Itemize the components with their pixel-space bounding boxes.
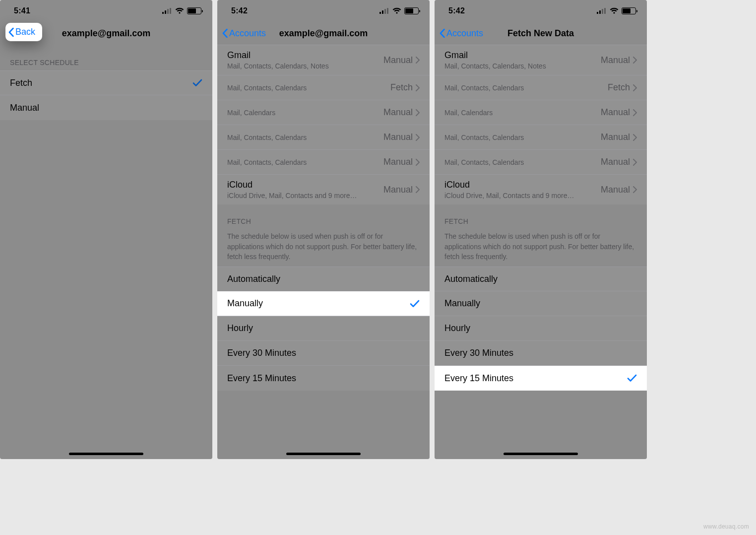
- fetch-header: FETCH: [444, 216, 637, 226]
- chevron-right-icon: [416, 159, 420, 166]
- panel-3: 5:42 Accounts Fetch New Data GmailMail, …: [435, 0, 647, 459]
- chevron-right-icon: [633, 186, 637, 193]
- back-button[interactable]: Accounts: [435, 28, 483, 39]
- home-indicator[interactable]: [504, 453, 578, 455]
- account-row[interactable]: Mail, Contacts, CalendarsManual: [435, 150, 647, 175]
- chevron-left-icon: [8, 28, 14, 37]
- account-name: Gmail: [227, 50, 383, 61]
- account-row[interactable]: Mail, CalendarsManual: [217, 100, 430, 125]
- account-sub: Mail, Contacts, Calendars: [227, 134, 383, 141]
- account-name: iCloud: [444, 180, 601, 190]
- account-sub: Mail, Contacts, Calendars, Notes: [444, 62, 601, 70]
- schedule-option[interactable]: Every 15 Minutes: [217, 366, 430, 391]
- status-time: 5:42: [231, 6, 248, 15]
- account-sub: Mail, Contacts, Calendars: [444, 134, 601, 141]
- account-value: Manual: [601, 107, 630, 118]
- account-row[interactable]: GmailMail, Contacts, Calendars, NotesMan…: [217, 45, 430, 75]
- fetch-note: FETCH The schedule below is used when pu…: [217, 204, 430, 267]
- chevron-right-icon: [416, 109, 420, 116]
- section-header: SELECT SCHEDULE: [0, 45, 212, 70]
- wifi-icon: [175, 7, 184, 14]
- account-row[interactable]: iCloudiCloud Drive, Mail, Contacts and 9…: [435, 175, 647, 204]
- chevron-right-icon: [633, 57, 637, 64]
- chevron-right-icon: [416, 84, 420, 91]
- schedule-option[interactable]: Automatically: [435, 267, 647, 291]
- watermark: www.deuaq.com: [703, 523, 749, 530]
- account-value: Manual: [383, 55, 413, 66]
- account-sub: Mail, Contacts, Calendars: [227, 84, 390, 92]
- account-sub: Mail, Calendars: [444, 109, 601, 117]
- status-time: 5:41: [14, 6, 30, 15]
- chevron-right-icon: [633, 84, 637, 91]
- back-button[interactable]: Back: [5, 23, 42, 41]
- chevron-left-icon: [440, 29, 445, 38]
- account-row[interactable]: iCloudiCloud Drive, Mail, Contacts and 9…: [217, 175, 430, 204]
- schedule-option[interactable]: Manually: [435, 291, 647, 316]
- fetch-note-text: The schedule below is used when push is …: [227, 232, 417, 261]
- schedule-option[interactable]: Manually: [217, 291, 430, 316]
- chevron-right-icon: [633, 109, 637, 116]
- schedule-option-manual[interactable]: Manual: [0, 95, 212, 120]
- check-icon: [192, 79, 202, 87]
- account-sub: iCloud Drive, Mail, Contacts and 9 more…: [227, 192, 383, 200]
- account-row[interactable]: Mail, Contacts, CalendarsManual: [435, 125, 647, 150]
- schedule-option[interactable]: Hourly: [435, 316, 647, 341]
- account-row[interactable]: Mail, CalendarsManual: [435, 100, 647, 125]
- option-label: Manually: [444, 298, 637, 309]
- schedule-option-fetch[interactable]: Fetch: [0, 70, 212, 95]
- home-indicator[interactable]: [286, 453, 361, 455]
- account-row[interactable]: Mail, Contacts, CalendarsManual: [217, 150, 430, 175]
- option-label: Every 15 Minutes: [227, 373, 420, 384]
- chevron-right-icon: [416, 134, 420, 141]
- option-label: Automatically: [227, 274, 420, 284]
- account-row[interactable]: GmailMail, Contacts, Calendars, NotesMan…: [435, 45, 647, 75]
- check-icon: [627, 374, 637, 382]
- back-label: Accounts: [446, 28, 483, 39]
- account-sub: Mail, Contacts, Calendars: [444, 84, 608, 92]
- status-bar: 5:41: [0, 0, 212, 22]
- account-value: Fetch: [390, 82, 413, 93]
- fetch-note-text: The schedule below is used when push is …: [444, 232, 634, 261]
- nav-bar: Accounts Fetch New Data: [435, 22, 647, 45]
- check-icon: [410, 300, 420, 308]
- nav-bar: Accounts example@gmail.com: [217, 22, 430, 45]
- home-indicator[interactable]: [69, 453, 143, 455]
- panel-1: 5:41 example@gmail.com Back SELECT SCHED…: [0, 0, 212, 459]
- account-value: Manual: [601, 132, 630, 142]
- cell-signal-icon: [379, 8, 389, 14]
- chevron-right-icon: [416, 57, 420, 64]
- option-label: Fetch: [10, 78, 192, 88]
- cell-signal-icon: [162, 8, 172, 14]
- account-row[interactable]: Mail, Contacts, CalendarsFetch: [217, 75, 430, 100]
- schedule-option[interactable]: Every 15 Minutes: [435, 366, 647, 391]
- option-label: Every 30 Minutes: [227, 348, 420, 358]
- account-sub: Mail, Contacts, Calendars, Notes: [227, 62, 383, 70]
- option-label: Manually: [227, 298, 410, 309]
- schedule-option[interactable]: Every 30 Minutes: [435, 341, 647, 366]
- option-label: Hourly: [444, 323, 637, 334]
- account-sub: Mail, Calendars: [227, 109, 383, 117]
- account-value: Manual: [383, 185, 413, 195]
- account-sub: Mail, Contacts, Calendars: [444, 158, 601, 166]
- back-label: Accounts: [229, 28, 266, 39]
- back-button[interactable]: Accounts: [217, 28, 266, 39]
- account-value: Fetch: [608, 82, 630, 93]
- account-row[interactable]: Mail, Contacts, CalendarsManual: [217, 125, 430, 150]
- schedule-option[interactable]: Hourly: [217, 316, 430, 341]
- account-value: Manual: [601, 185, 630, 195]
- chevron-left-icon: [222, 29, 228, 38]
- account-name: iCloud: [227, 180, 383, 190]
- status-bar: 5:42: [217, 0, 430, 22]
- option-label: Automatically: [444, 274, 637, 284]
- account-value: Manual: [383, 157, 413, 167]
- schedule-option[interactable]: Every 30 Minutes: [217, 341, 430, 366]
- account-row[interactable]: Mail, Contacts, CalendarsFetch: [435, 75, 647, 100]
- schedule-option[interactable]: Automatically: [217, 267, 430, 291]
- option-label: Hourly: [227, 323, 420, 334]
- chevron-right-icon: [633, 134, 637, 141]
- account-name: Gmail: [444, 50, 601, 61]
- panel-2: 5:42 Accounts example@gmail.com GmailMai…: [217, 0, 430, 459]
- fetch-note: FETCH The schedule below is used when pu…: [435, 204, 647, 267]
- battery-icon: [187, 7, 201, 14]
- status-bar: 5:42: [435, 0, 647, 22]
